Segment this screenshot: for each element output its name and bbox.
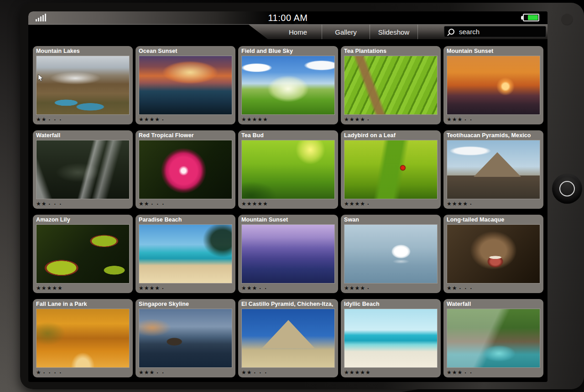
star-rating: ★★ · · · xyxy=(241,368,335,377)
photo-thumbnail[interactable] xyxy=(139,309,232,368)
tab-slideshow[interactable]: Slideshow xyxy=(370,25,418,39)
photo-thumbnail[interactable] xyxy=(241,140,335,199)
star-rating: ★★★ · · xyxy=(447,368,540,377)
front-camera-icon xyxy=(561,14,573,26)
filled-stars: ★★★ xyxy=(447,369,463,376)
photo-thumbnail[interactable] xyxy=(447,56,540,115)
filled-stars: ★★★★ xyxy=(139,285,160,291)
photo-card[interactable]: Waterfall ★★ · · · xyxy=(33,130,133,209)
empty-star-dots: · · xyxy=(156,369,165,376)
empty-star-dots: · · · xyxy=(151,201,165,207)
photo-card[interactable]: Amazon Lily ★★★★★ xyxy=(33,215,133,293)
star-rating: ★★★★ · xyxy=(139,115,232,124)
photo-card[interactable]: Swan ★★★★ · xyxy=(341,215,441,293)
photo-thumbnail[interactable] xyxy=(139,140,232,199)
photo-card[interactable]: Paradise Beach ★★★★ · xyxy=(136,215,235,293)
empty-star-dots: · · · xyxy=(254,369,268,376)
photo-card[interactable]: Ocean Sunset ★★★★ · xyxy=(136,46,235,124)
photo-card[interactable]: Field and Blue Sky ★★★★★ xyxy=(238,46,338,124)
photo-card[interactable]: Tea Plantations ★★★★ · xyxy=(341,46,441,124)
star-rating: ★★★ · · xyxy=(241,284,335,293)
search-icon xyxy=(448,29,454,35)
empty-star-dots: · · xyxy=(464,369,473,376)
star-rating: ★★★★★ xyxy=(241,115,335,124)
photo-card[interactable]: El Castillo Pyramid, Chichen-Itza, Mexic… xyxy=(238,299,338,377)
photo-thumbnail[interactable] xyxy=(344,140,438,199)
empty-star-dots: · xyxy=(470,201,473,207)
photo-thumbnail[interactable] xyxy=(447,309,540,368)
photo-thumbnail[interactable] xyxy=(447,224,540,284)
photo-thumbnail[interactable] xyxy=(36,224,130,284)
filled-stars: ★★ xyxy=(241,369,252,376)
photo-card[interactable]: Tea Bud ★★★★★ xyxy=(238,130,338,209)
filled-stars: ★★★★ xyxy=(139,116,160,123)
photo-thumbnail[interactable] xyxy=(241,224,335,284)
star-rating: ★★★★ · xyxy=(344,199,438,208)
photo-thumbnail[interactable] xyxy=(139,224,232,284)
photo-thumbnail[interactable] xyxy=(36,140,130,199)
search-input[interactable] xyxy=(458,27,537,36)
photo-title: Tea Plantations xyxy=(344,47,438,56)
photo-thumbnail[interactable] xyxy=(241,309,335,368)
photo-card[interactable]: Idyllic Beach ★★★★★ xyxy=(341,299,441,377)
star-rating: ★★★ · · xyxy=(447,115,540,124)
photo-title: Singapore Skyline xyxy=(139,300,232,309)
photo-thumbnail[interactable] xyxy=(36,309,130,368)
photo-card[interactable]: Mountain Sunset ★★★ · · xyxy=(238,215,338,293)
photo-thumbnail[interactable] xyxy=(344,224,438,284)
photo-title: Mountain Sunset xyxy=(241,216,335,224)
filled-stars: ★★ xyxy=(36,201,47,207)
home-button-ring-icon xyxy=(559,181,575,196)
photo-thumbnail[interactable] xyxy=(139,56,232,115)
photo-thumbnail[interactable] xyxy=(344,56,438,115)
star-rating: ★★ · · · xyxy=(36,199,130,208)
photo-card[interactable]: Ladybird on a Leaf ★★★★ · xyxy=(341,130,441,209)
photo-card[interactable]: Fall Lane in a Park ★ · · · · xyxy=(33,299,133,377)
search-box[interactable] xyxy=(444,26,546,37)
photo-title: Mountain Sunset xyxy=(447,47,540,56)
empty-star-dots: · · · xyxy=(49,116,63,123)
photo-thumbnail[interactable] xyxy=(344,309,438,368)
tab-gallery[interactable]: Gallery xyxy=(322,25,370,39)
star-rating: ★★★ · · xyxy=(139,368,232,377)
photo-card[interactable]: Waterfall ★★★ · · xyxy=(443,299,543,377)
photo-title: Waterfall xyxy=(36,131,130,140)
filled-stars: ★★★★ xyxy=(447,201,468,207)
photo-card[interactable]: Singapore Skyline ★★★ · · xyxy=(136,299,235,377)
home-button[interactable] xyxy=(552,174,582,204)
star-rating: ★★★★ · xyxy=(139,284,232,293)
star-rating: ★ · · · · xyxy=(36,368,130,377)
photo-title: Fall Lane in a Park xyxy=(36,300,130,309)
star-rating: ★★ · · · xyxy=(139,199,232,208)
star-rating: ★★ · · · xyxy=(36,115,130,124)
photo-card[interactable]: Long-tailed Macaque ★★ · · · xyxy=(443,215,543,293)
photo-title: Field and Blue Sky xyxy=(241,47,335,56)
photo-card[interactable]: Mountain Lakes ★★ · · · xyxy=(33,46,133,124)
filled-stars: ★★★★ xyxy=(344,201,365,207)
star-rating: ★★★★ · xyxy=(344,115,438,124)
photo-thumbnail[interactable] xyxy=(241,56,335,115)
nav-bar: Home Gallery Slideshow xyxy=(28,25,548,39)
photo-title: Amazon Lily xyxy=(36,216,130,224)
photo-card[interactable]: Mountain Sunset ★★★ · · xyxy=(443,46,543,124)
battery-fill xyxy=(528,15,538,20)
star-rating: ★★★★ · xyxy=(344,284,438,293)
photo-card[interactable]: Red Tropical Flower ★★ · · · xyxy=(136,130,235,209)
filled-stars: ★★★ xyxy=(447,116,463,123)
empty-star-dots: · · · · xyxy=(43,369,63,376)
photo-thumbnail[interactable] xyxy=(447,140,540,199)
screen: 11:00 AM Home Gallery Slideshow Mountain… xyxy=(28,11,548,382)
filled-stars: ★★★★★ xyxy=(344,369,371,376)
empty-star-dots: · xyxy=(162,116,165,123)
star-rating: ★★★★★ xyxy=(344,368,438,377)
photo-thumbnail[interactable] xyxy=(36,56,130,115)
tab-home[interactable]: Home xyxy=(274,25,322,39)
empty-star-dots: · xyxy=(367,116,370,123)
status-bar: 11:00 AM xyxy=(28,11,548,25)
photo-card[interactable]: Teotihuacan Pyramids, Mexico ★★★★ · xyxy=(443,130,543,209)
star-rating: ★★★★★ xyxy=(36,284,130,293)
photo-title: Mountain Lakes xyxy=(36,47,130,56)
filled-stars: ★★ xyxy=(139,201,150,207)
photo-title: Swan xyxy=(344,216,438,224)
photo-title: Ocean Sunset xyxy=(139,47,232,56)
